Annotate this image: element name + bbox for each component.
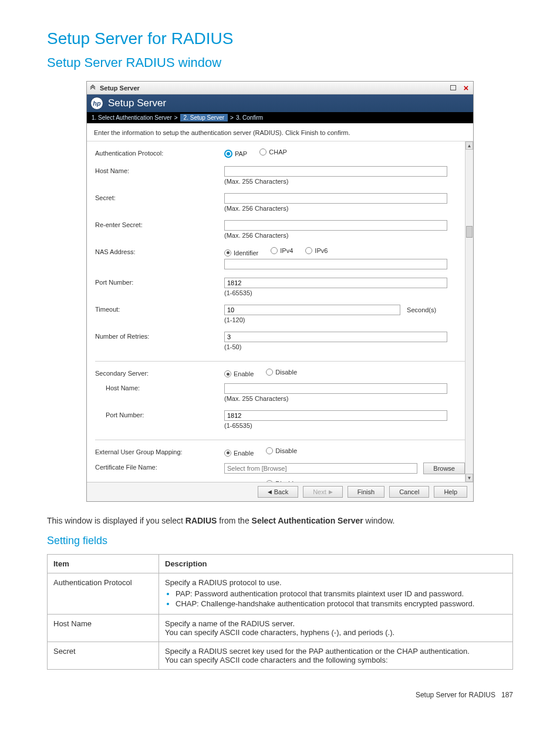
list-item: CHAP: Challenge-handshake authentication… xyxy=(176,599,507,608)
wizard-button-bar: ◀Back Next▶ Finish Cancel Help xyxy=(87,482,473,501)
settings-table: Item Description Authentication Protocol… xyxy=(47,554,513,670)
port-number-input[interactable] xyxy=(224,278,447,288)
timeout-unit: Second(s) xyxy=(407,306,436,313)
secondary-host-name-input[interactable] xyxy=(224,383,447,394)
secondary-port-number-hint: (1-65535) xyxy=(224,422,465,429)
secret-input[interactable] xyxy=(224,193,447,204)
window-banner: hp Setup Server xyxy=(87,94,473,112)
host-name-input[interactable] xyxy=(224,166,447,177)
timeout-hint: (1-120) xyxy=(224,316,465,323)
page-subtitle: Setup Server RADIUS window xyxy=(47,55,513,70)
timeout-input[interactable] xyxy=(224,305,400,315)
retries-input[interactable] xyxy=(224,332,447,342)
radio-icon xyxy=(224,249,231,256)
auth-protocol-label: Authentication Protocol: xyxy=(95,148,224,157)
cancel-button[interactable]: Cancel xyxy=(389,486,429,498)
secondary-port-number-label: Port Number: xyxy=(95,410,224,418)
nas-identifier-radio[interactable]: Identifier xyxy=(224,249,258,256)
secret-hint: (Max. 256 Characters) xyxy=(224,205,465,212)
th-description: Description xyxy=(159,555,513,573)
nas-ipv6-radio[interactable]: IPv6 xyxy=(305,247,328,254)
collapse-icon[interactable] xyxy=(89,85,96,92)
help-button[interactable]: Help xyxy=(434,486,467,498)
window-description: This window is displayed if you select R… xyxy=(47,516,513,525)
close-button[interactable]: × xyxy=(461,84,471,92)
scroll-down-icon[interactable]: ▼ xyxy=(465,474,473,482)
desc-cell: Specify a RADIUS secret key used for the… xyxy=(159,642,513,670)
scroll-thumb[interactable] xyxy=(466,226,473,238)
dns-disable-radio[interactable]: Disable xyxy=(266,480,297,482)
secondary-host-name-hint: (Max. 255 Characters) xyxy=(224,395,465,402)
window-titlebar: Setup Server × xyxy=(87,82,473,94)
maximize-button[interactable] xyxy=(448,84,458,92)
auth-protocol-pap-radio[interactable]: PAP xyxy=(224,150,247,158)
reenter-secret-input[interactable] xyxy=(224,220,447,231)
step-3: 3. Confirm xyxy=(236,114,263,121)
radio-icon xyxy=(271,247,278,254)
secret-label: Secret: xyxy=(95,193,224,201)
item-cell: Authentication Protocol xyxy=(48,573,159,615)
auth-protocol-chap-radio[interactable]: CHAP xyxy=(259,148,287,156)
nas-ipv4-radio[interactable]: IPv4 xyxy=(271,247,293,254)
finish-button[interactable]: Finish xyxy=(348,486,384,498)
certificate-file-label: Certificate File Name: xyxy=(95,463,224,471)
banner-title: Setup Server xyxy=(108,97,166,109)
divider xyxy=(95,440,465,440)
setup-server-window: Setup Server × hp Setup Server 1. Select… xyxy=(86,81,474,502)
host-name-hint: (Max. 255 Characters) xyxy=(224,178,465,185)
radio-icon xyxy=(224,370,231,377)
secondary-server-label: Secondary Server: xyxy=(95,369,224,377)
port-number-label: Port Number: xyxy=(95,278,224,286)
step-2-active: 2. Setup Server xyxy=(180,114,228,121)
hp-logo-icon: hp xyxy=(90,97,103,110)
radio-icon xyxy=(224,450,231,457)
nas-address-label: NAS Address: xyxy=(95,247,224,255)
radio-icon xyxy=(259,148,266,156)
intro-text: Enter the information to setup the authe… xyxy=(87,123,473,141)
secondary-enable-radio[interactable]: Enable xyxy=(224,370,254,377)
ext-group-enable-radio[interactable]: Enable xyxy=(224,450,254,457)
triangle-right-icon: ▶ xyxy=(329,489,333,495)
triangle-left-icon: ◀ xyxy=(268,489,272,495)
radio-icon xyxy=(266,480,273,482)
scrollbar[interactable]: ▲ ▼ xyxy=(465,141,473,482)
item-cell: Host Name xyxy=(48,615,159,642)
nas-address-input[interactable] xyxy=(224,259,447,269)
back-button[interactable]: ◀Back xyxy=(258,486,298,498)
retries-hint: (1-50) xyxy=(224,343,465,350)
window-title: Setup Server xyxy=(100,85,140,92)
next-button[interactable]: Next▶ xyxy=(303,486,343,498)
radio-icon xyxy=(266,369,273,376)
reenter-secret-label: Re-enter Secret: xyxy=(95,220,224,228)
ext-user-group-label: External User Group Mapping: xyxy=(95,447,224,455)
ext-group-disable-radio[interactable]: Disable xyxy=(266,447,297,454)
th-item: Item xyxy=(48,555,159,573)
wizard-steps: 1. Select Authentication Server > 2. Set… xyxy=(87,112,473,123)
reenter-secret-hint: (Max. 256 Characters) xyxy=(224,232,465,239)
desc-cell: Specify a name of the RADIUS server. You… xyxy=(159,615,513,642)
list-item: PAP: Password authentication protocol th… xyxy=(176,589,507,598)
page-footer: Setup Server for RADIUS 187 xyxy=(47,691,513,699)
port-number-hint: (1-65535) xyxy=(224,289,465,296)
secondary-disable-radio[interactable]: Disable xyxy=(266,369,297,376)
page-title: Setup Server for RADIUS xyxy=(47,29,513,48)
desc-cell: Specify a RADIUS protocol to use. PAP: P… xyxy=(159,573,513,615)
table-row: Host Name Specify a name of the RADIUS s… xyxy=(48,615,513,642)
browse-button[interactable]: Browse xyxy=(423,463,465,474)
retries-label: Number of Retries: xyxy=(95,332,224,340)
host-name-label: Host Name: xyxy=(95,166,224,174)
table-row: Authentication Protocol Specify a RADIUS… xyxy=(48,573,513,615)
scroll-up-icon[interactable]: ▲ xyxy=(465,141,473,150)
step-1: 1. Select Authentication Server xyxy=(92,114,172,121)
radio-icon xyxy=(305,247,312,254)
secondary-host-name-label: Host Name: xyxy=(95,383,224,391)
radio-icon xyxy=(266,447,273,454)
secondary-port-number-input[interactable] xyxy=(224,410,447,421)
timeout-label: Timeout: xyxy=(95,305,224,313)
table-row: Secret Specify a RADIUS secret key used … xyxy=(48,642,513,670)
divider xyxy=(95,361,465,362)
radio-icon xyxy=(224,150,232,158)
item-cell: Secret xyxy=(48,642,159,670)
dns-lookup-label: DNS Lookup: xyxy=(95,480,224,482)
certificate-file-input[interactable] xyxy=(224,463,417,474)
